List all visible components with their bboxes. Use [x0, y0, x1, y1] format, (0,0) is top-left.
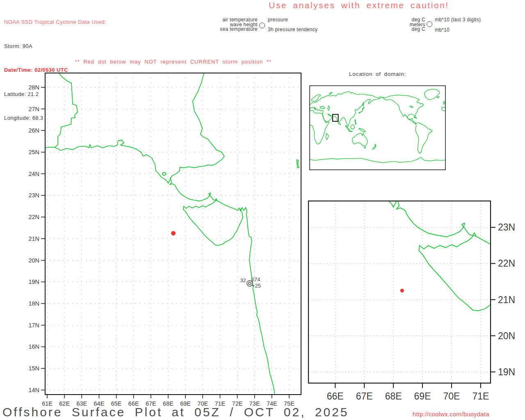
station-pressure-value: 074 — [251, 276, 260, 283]
legend-pressure-tendency-label: 3h pressure tendency — [268, 27, 317, 32]
storm-position-dot — [171, 231, 176, 235]
lon-tick-label: 67E — [356, 391, 373, 402]
coastline-path — [304, 196, 488, 207]
coastline-path — [310, 157, 445, 163]
lat-tick-label: 21N — [28, 235, 39, 242]
legend-variables-left: air temperature wave height sea temperat… — [180, 18, 258, 32]
lat-tick-label: 19N — [28, 278, 39, 285]
lon-tick-label: 70E — [443, 391, 460, 402]
lat-tick-label: 24N — [28, 171, 39, 177]
zoomed-domain-map: 66E67E68E69E70E71E19N20N21N22N23N — [304, 196, 525, 407]
coastline-path — [355, 119, 356, 125]
world-map-content — [310, 89, 445, 163]
coastline-path — [351, 125, 354, 129]
data-source-line: NOAA SSD Tropical Cyclone Data Used: — [4, 18, 106, 26]
coastline-path — [443, 101, 445, 105]
coastline-path — [420, 233, 476, 249]
lat-tick-label: 15N — [28, 365, 39, 372]
map-frame — [308, 201, 491, 383]
lat-tick-label: 27N — [28, 106, 39, 112]
coastline-path — [326, 133, 329, 139]
coastline-path — [375, 144, 376, 147]
lat-tick-label: 18N — [28, 300, 39, 307]
coastline-path — [310, 92, 381, 126]
coastline-path — [364, 147, 365, 148]
coastline-path — [329, 92, 332, 95]
legend-degc-label-2: deg C — [390, 27, 425, 32]
coastline-path — [363, 103, 364, 106]
coastline-path — [437, 96, 439, 98]
station-inner-circle-icon — [249, 282, 251, 285]
plot-title: Offshore Surface Plot at 05Z / OCT 02, 2… — [2, 405, 349, 419]
legend-units-left: deg C meters deg C — [390, 18, 425, 32]
coastline-path — [312, 95, 321, 102]
lat-tick-label: 26N — [28, 127, 39, 134]
world-inset-map — [307, 83, 448, 173]
buoy-plot-page: { "header": { "source": "NOAA SSD Tropic… — [0, 0, 525, 420]
coastline-path — [410, 106, 413, 108]
storm-id-line: Storm: 90A — [4, 42, 106, 50]
coastline-path — [183, 206, 243, 245]
coastline-path — [328, 106, 330, 110]
coastline-path — [382, 95, 424, 123]
coastline-path — [320, 106, 325, 109]
legend-mb10-digits-label: mb*10 (last 3 digits) — [435, 18, 481, 23]
coastline-path — [442, 107, 445, 111]
coastline-path — [349, 131, 353, 132]
lat-tick-label: 14N — [28, 387, 39, 393]
lat-tick-label: 22N — [498, 258, 515, 269]
lon-tick-label: 69E — [414, 391, 431, 402]
station-circle-icon — [259, 23, 265, 28]
lat-tick-label: 21N — [498, 294, 515, 305]
legend-sea-temperature-label: sea temperature — [180, 27, 258, 32]
legend-pressure-label: pressure — [268, 18, 288, 23]
caution-headline: Use analyses with extreme caution! — [246, 0, 472, 10]
inset-title: Location of domain: — [310, 71, 445, 77]
coastline-path — [184, 199, 217, 208]
lat-tick-label: 19N — [498, 367, 515, 377]
lat-tick-label: 16N — [28, 343, 39, 350]
station-circle-icon — [427, 21, 432, 27]
main-surface-map: 61E62E63E64E65E66E67E68E69E70E71E72E73E7… — [23, 70, 310, 409]
station-tendency-value: +25 — [252, 283, 261, 289]
coastline-path — [373, 147, 376, 149]
coastline-path — [359, 107, 365, 113]
lat-tick-label: 22N — [28, 214, 39, 220]
legend-mb10-label: mb*10 — [435, 28, 450, 33]
coastline-path — [425, 89, 440, 100]
coastline-path — [55, 71, 78, 147]
lat-tick-label: 23N — [498, 222, 515, 233]
lon-tick-label: 71E — [472, 391, 489, 402]
coastline-path — [340, 123, 341, 125]
station-temp-value: 32 — [240, 277, 246, 283]
lon-tick-label: 68E — [385, 391, 402, 402]
lon-tick-label: 66E — [327, 391, 344, 402]
buoydata-url-link[interactable]: http://coolwx.com/buoydata — [413, 411, 489, 418]
coastline-path — [414, 117, 417, 118]
lat-tick-label: 20N — [28, 257, 39, 264]
map-frame — [310, 86, 445, 170]
lat-tick-label: 20N — [498, 331, 515, 341]
coastline-path — [297, 160, 299, 168]
lat-tick-label: 28N — [28, 84, 39, 91]
coastline-path — [352, 133, 368, 146]
red-dot-warning: ** Red dot below may NOT represent CURRE… — [45, 59, 301, 65]
coastline-path — [44, 71, 224, 183]
coastline-path — [359, 128, 365, 132]
lat-tick-label: 25N — [28, 149, 39, 155]
coastline-path — [415, 123, 432, 153]
station-plot: 32074+25 — [240, 276, 261, 289]
lat-tick-label: 23N — [28, 192, 39, 199]
coastline-path — [442, 107, 445, 107]
storm-position-dot — [400, 289, 404, 292]
lat-tick-label: 17N — [28, 322, 39, 329]
coastline-path — [310, 110, 329, 144]
